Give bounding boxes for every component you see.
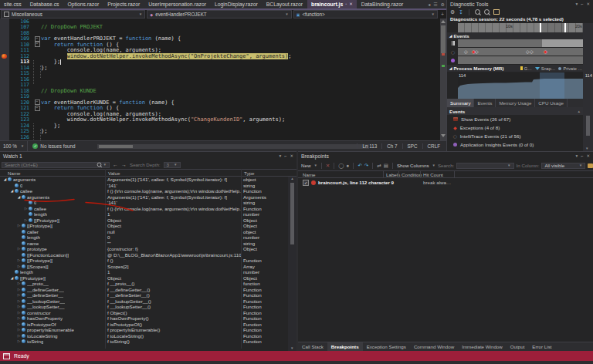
search-depth-dropdown[interactable]: 3 ▼ [164, 162, 181, 168]
zoom-dropdown[interactable]: 100 % ▼ [0, 141, 28, 151]
expand-icon[interactable]: ▷ [16, 224, 22, 228]
close-icon[interactable]: ✕ [586, 153, 590, 158]
import-breakpoints-icon[interactable]: ▤ [384, 163, 388, 169]
expand-icon[interactable]: ▷ [16, 288, 22, 292]
column-divider[interactable] [383, 171, 384, 177]
editor-horizontal-scrollbar[interactable] [97, 144, 369, 149]
column-header-value[interactable]: Value [108, 170, 120, 176]
watch-row[interactable]: ▷[[Prototype]]f ()Function [0, 258, 288, 264]
watch-row[interactable]: ▷__defineGetter__f __defineGetter__()Fun… [0, 287, 288, 293]
reset-view-icon[interactable] [493, 9, 500, 15]
tab-DataBinding.razor[interactable]: DataBinding.razor [357, 0, 407, 8]
export-breakpoints-icon[interactable]: ⇄ [377, 163, 381, 169]
diag-tab-Memory Usage[interactable]: Memory Usage [496, 99, 535, 107]
expand-icon[interactable]: ▷ [16, 258, 22, 262]
watch-row[interactable]: ▷hasOwnPropertyf hasOwnProperty()Functio… [0, 315, 288, 322]
expand-icon[interactable]: ▷ [16, 265, 22, 268]
watch-row[interactable]: ▷calleef () {\r\n console.log(name, argu… [0, 206, 288, 212]
tab-braincourt.js[interactable]: braincourt.js◦✕ [307, 0, 357, 8]
column-indicator[interactable]: Ch 7 [381, 143, 402, 149]
settings-gear-icon[interactable]: ⚙ [450, 9, 455, 15]
tab-Exception Settings[interactable]: Exception Settings [363, 342, 410, 351]
tab-Database.cs[interactable]: Database.cs [26, 0, 63, 8]
scroll-down-icon[interactable]: ▼ [585, 147, 588, 150]
collapse-icon[interactable]: ◢ [9, 189, 15, 193]
disable-all-breakpoints-icon[interactable]: ◯ [338, 163, 344, 169]
memory-chart[interactable]: 114 [458, 72, 583, 99]
code-area[interactable]: 106107// DropDown PROJEKT108109−var even… [0, 19, 446, 140]
scrollbar-thumb[interactable] [99, 145, 133, 148]
tab-scroll-icon[interactable]: ◂ [428, 2, 430, 7]
breakpoint-checkbox[interactable]: ✓ [303, 180, 309, 186]
close-icon[interactable]: ✕ [586, 2, 590, 6]
scope-dropdown[interactable]: Miscellaneous ▼ [1, 10, 145, 19]
watch-scrollbar[interactable]: ▲ ▼ [288, 177, 296, 351]
tab-Breakpoints[interactable]: Breakpoints [327, 342, 363, 351]
settings-gear-icon[interactable]: ⚙ [441, 2, 445, 7]
watch-row[interactable]: length0number [0, 234, 288, 241]
watch-row[interactable]: ▷__lookupGetter__f __lookupGetter__()Fun… [0, 298, 288, 305]
watch-row[interactable]: ▷[[Scopes]]Scopes[2]Array [0, 264, 288, 270]
in-column-dropdown[interactable]: All visible ▼ [541, 163, 585, 169]
diag-tab-Events[interactable]: Events [474, 99, 496, 107]
watch-row[interactable]: ▷[[Prototype]]ObjectObject [0, 223, 288, 229]
editor-vertical-scrollbar[interactable] [440, 19, 446, 140]
delete-breakpoint-icon[interactable]: ✕ [326, 163, 330, 169]
tab-UserImpersonation.razor[interactable]: UserImpersonation.razor [144, 0, 210, 8]
breakpoint-icon[interactable] [2, 54, 7, 59]
column-header-condition[interactable]: Condition [402, 172, 422, 177]
attach-session-icon[interactable]: ↧ [459, 9, 463, 15]
watch-row[interactable]: [[FunctionLocation]]@ D:\__BLOG_Blazor\B… [0, 252, 288, 258]
expand-icon[interactable]: ▷ [16, 299, 22, 303]
member-dropdown[interactable]: ◆ eventHandlerPROJEKT ▼ [147, 10, 291, 19]
watch-row[interactable]: ◢argumentsArguments(1) ['141', callee: f… [0, 177, 288, 183]
swimlane-track[interactable] [458, 39, 583, 47]
intellitrace-diamond-icon[interactable]: ◇ [464, 49, 468, 55]
scroll-up-icon[interactable]: ▲ [288, 177, 296, 180]
scrollbar-thumb[interactable] [290, 183, 294, 244]
watch-row[interactable]: ▷isPrototypeOff isPrototypeOf()Function [0, 322, 288, 328]
search-input[interactable]: Search (Ctrl+E) ▼ [2, 162, 110, 168]
line-indicator[interactable]: Ln 113 [357, 143, 381, 149]
tab-Error List[interactable]: Error List [528, 342, 555, 351]
diag-tab-Summary[interactable]: Summary [447, 99, 474, 107]
watch-row[interactable]: callernullobject [0, 229, 288, 235]
watch-row[interactable]: ◢calleef () {\r\n console.log(name, argu… [0, 188, 288, 194]
column-divider[interactable] [454, 171, 455, 177]
timeline-ruler[interactable]: 10s20s [458, 23, 583, 32]
breakpoint-row[interactable]: ✓ braincourt.js, line 112 character 9 br… [298, 179, 593, 186]
tab-LoginDisplay.razor[interactable]: LoginDisplay.razor [211, 0, 262, 8]
expand-icon[interactable]: ▷ [16, 247, 22, 251]
fold-collapse-icon[interactable]: − [33, 42, 41, 47]
zoom-out-icon[interactable] [484, 9, 490, 15]
pin-icon[interactable]: ⌐ [581, 153, 583, 158]
go-to-source-icon[interactable]: ↶ [357, 163, 361, 169]
watch-row[interactable]: ▷__lookupSetter__f __lookupSetter__()Fun… [0, 304, 288, 310]
document-list-icon[interactable]: ☰ [433, 2, 437, 7]
window-menu-icon[interactable]: ▾ [575, 2, 578, 6]
collapse-icon[interactable]: ◢ [2, 177, 8, 181]
export-list-icon[interactable] [588, 163, 593, 168]
breakpoints-search-input[interactable]: ▼ [456, 163, 513, 169]
expand-icon[interactable]: ▷ [23, 207, 29, 211]
column-divider[interactable] [398, 171, 399, 177]
watch-row[interactable]: length1number [0, 211, 288, 217]
watch-row[interactable]: 0'141'string [0, 200, 288, 206]
tab-Options.razor[interactable]: Options.razor [63, 0, 103, 8]
close-icon[interactable]: ✕ [349, 0, 353, 8]
tab-Call Stack[interactable]: Call Stack [298, 342, 327, 351]
pin-icon[interactable]: ⌐ [284, 153, 286, 158]
expand-icon[interactable]: ▷ [16, 316, 22, 320]
exception-diamond-icon[interactable]: ◆ [544, 49, 547, 55]
event-list-item[interactable]: ◆IntelliTrace Events (21 of 56) [447, 132, 584, 140]
scroll-up-icon[interactable] [441, 20, 446, 23]
window-menu-icon[interactable]: ▾ [279, 153, 281, 158]
collapse-icon[interactable]: ◢ [16, 195, 22, 199]
column-divider[interactable] [420, 171, 421, 177]
event-list-item[interactable]: ◆Exceptions (4 of 8) [447, 123, 584, 132]
scrollbar-thumb[interactable] [441, 25, 446, 53]
expand-icon[interactable]: ▷ [16, 281, 22, 285]
expand-icon[interactable]: ▷ [16, 328, 22, 332]
window-menu-icon[interactable]: ▾ [575, 153, 578, 158]
watch-row[interactable]: length1number [0, 269, 288, 275]
